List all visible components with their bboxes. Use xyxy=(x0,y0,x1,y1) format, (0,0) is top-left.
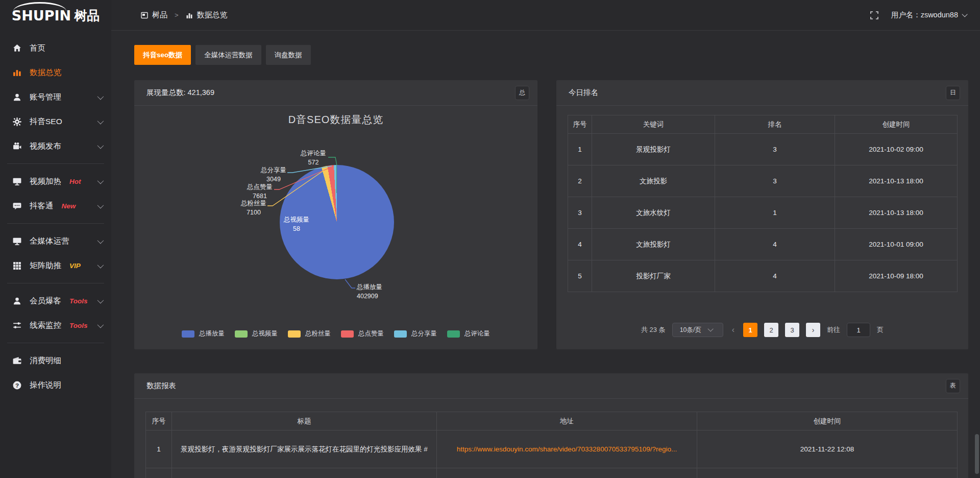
page-button-3[interactable]: 3 xyxy=(785,323,799,337)
video-link[interactable]: https://www.iesdouyin.com/share/video/70… xyxy=(457,445,677,453)
col-title: 标题 xyxy=(172,412,437,431)
page-size-select[interactable]: 10条/页 xyxy=(672,323,723,337)
breadcrumb-chart-icon xyxy=(186,12,193,19)
menu-divider xyxy=(7,223,104,224)
next-page-button[interactable]: › xyxy=(806,323,820,337)
sidebar-item-label: 消费明细 xyxy=(30,355,61,366)
sidebar-item-data-overview[interactable]: 数据总览 xyxy=(0,60,111,85)
breadcrumb-current[interactable]: 数据总览 xyxy=(197,10,228,20)
fullscreen-icon[interactable] xyxy=(870,11,879,20)
app-logo[interactable]: SHUPIN 树品 xyxy=(0,0,111,31)
impressions-total-label: 展现量总数: 421,369 xyxy=(146,88,214,98)
prev-page-button[interactable]: ‹ xyxy=(730,325,737,334)
col-created: 创建时间 xyxy=(835,115,958,134)
tab-douyin-seo-data[interactable]: 抖音seo数据 xyxy=(134,45,191,65)
chart-legend: 总播放量 总视频量 总粉丝量 总点赞量 总分享量 xyxy=(134,329,537,338)
menu-divider xyxy=(7,163,104,164)
col-created: 创建时间 xyxy=(697,412,958,431)
goto-label: 前往 xyxy=(827,325,840,334)
legend-item-comments[interactable]: 总评论量 xyxy=(447,329,490,338)
vertical-scrollbar[interactable] xyxy=(975,434,979,474)
goto-page-input[interactable] xyxy=(847,323,870,337)
table-view-button[interactable]: 表 xyxy=(946,379,960,393)
sidebar-item-matrix-boost[interactable]: 矩阵助推 VIP xyxy=(0,253,111,278)
sidebar-item-home[interactable]: 首页 xyxy=(0,36,111,60)
video-publish-icon xyxy=(12,141,22,151)
ranking-table: 序号 关键词 排名 创建时间 1景观投影灯32021-10-02 09:00 2… xyxy=(568,115,958,292)
day-view-button[interactable]: 日 xyxy=(946,86,960,100)
breadcrumb-home[interactable]: 树品 xyxy=(152,10,167,20)
legend-item-plays[interactable]: 总播放量 xyxy=(182,329,225,338)
sidebar-item-douketong[interactable]: 抖客通 New xyxy=(0,194,111,218)
tab-omnimedia-data[interactable]: 全媒体运营数据 xyxy=(195,45,261,65)
chevron-down-icon xyxy=(97,202,104,208)
legend-item-fans[interactable]: 总粉丝量 xyxy=(288,329,331,338)
sidebar-item-omnimedia[interactable]: 全媒体运营 xyxy=(0,229,111,253)
sidebar-item-label: 抖音SEO xyxy=(30,116,62,127)
pie-label-fans: 总粉丝量 7100 xyxy=(230,199,277,217)
user-menu[interactable]: 用户名：zswodun88 xyxy=(891,10,966,20)
sidebar-item-label: 账号管理 xyxy=(30,92,61,103)
main-content: 抖音seo数据 全媒体运营数据 询盘数据 展现量总数: 421,369 总 D音… xyxy=(111,31,980,478)
pie-label-videos: 总视频量 58 xyxy=(273,215,320,233)
tab-inquiry-data[interactable]: 询盘数据 xyxy=(266,45,311,65)
chevron-down-icon xyxy=(97,237,104,244)
breadcrumb-home-icon xyxy=(141,12,148,19)
report-row-title: 景观投影灯，夜游景观投影灯厂家展示展示落花灯在花园里的灯光投影应用效果 # xyxy=(172,431,437,468)
page-button-1[interactable]: 1 xyxy=(743,323,757,337)
username-label: 用户名：zswodun88 xyxy=(891,10,958,20)
table-row: 4文旅投影灯42021-10-01 09:00 xyxy=(568,229,958,260)
data-report-panel: 数据报表 表 序号 标题 地址 创建时间 1 景观投影灯，夜游景观投影灯厂家展示… xyxy=(134,373,968,478)
ranking-panel-header: 今日排名 日 xyxy=(556,80,968,106)
legend-swatch xyxy=(394,330,407,338)
chevron-down-icon xyxy=(708,326,714,331)
sidebar-menu: 首页 数据总览 账号管理 抖音SEO 视频发布 xyxy=(0,31,111,397)
sidebar-item-video-heat[interactable]: 视频加热 Hot xyxy=(0,169,111,194)
legend-swatch xyxy=(182,330,194,338)
data-tabs: 抖音seo数据 全媒体运营数据 询盘数据 xyxy=(134,45,311,65)
sidebar-item-label: 抖客通 xyxy=(30,201,54,211)
chart-title: D音SEO数据量总览 xyxy=(134,113,537,127)
ranking-table-header-row: 序号 关键词 排名 创建时间 xyxy=(568,115,958,134)
hot-badge: Hot xyxy=(69,178,81,185)
sidebar-item-spend-detail[interactable]: 消费明细 xyxy=(0,348,111,373)
legend-swatch xyxy=(235,330,248,338)
report-row-index: 1 xyxy=(146,431,172,468)
sidebar-item-instructions[interactable]: ? 操作说明 xyxy=(0,373,111,397)
report-panel-header: 数据报表 表 xyxy=(134,373,968,399)
page-button-2[interactable]: 2 xyxy=(764,323,778,337)
sliders-icon xyxy=(12,321,22,330)
chevron-down-icon xyxy=(97,261,104,268)
col-index: 序号 xyxy=(146,412,172,431)
topbar-right: 用户名：zswodun88 xyxy=(870,10,966,20)
legend-item-videos[interactable]: 总视频量 xyxy=(235,329,278,338)
sidebar-item-douyin-seo[interactable]: 抖音SEO xyxy=(0,109,111,134)
report-table-header-row: 序号 标题 地址 创建时间 xyxy=(146,412,958,431)
total-view-button[interactable]: 总 xyxy=(515,86,529,100)
table-row: 3文旅水纹灯12021-10-13 18:00 xyxy=(568,197,958,229)
col-index: 序号 xyxy=(568,115,592,134)
legend-item-likes[interactable]: 总点赞量 xyxy=(341,329,384,338)
chart-panel-header: 展现量总数: 421,369 总 xyxy=(134,80,537,106)
report-panel-title: 数据报表 xyxy=(146,381,176,391)
person-icon xyxy=(12,296,22,306)
chevron-down-icon xyxy=(97,142,104,149)
sidebar: SHUPIN 树品 首页 数据总览 账号管理 抖音SEO xyxy=(0,0,111,478)
seo-chart-panel: 展现量总数: 421,369 总 D音SEO数据量总览 总评论量 572 总分享… xyxy=(134,80,537,349)
svg-text:?: ? xyxy=(15,381,19,388)
sidebar-item-label: 矩阵助推 xyxy=(30,260,61,271)
table-row: 1景观投影灯32021-10-02 09:00 xyxy=(568,134,958,165)
breadcrumb-separator: > xyxy=(175,11,179,19)
report-row-url-cell: https://www.iesdouyin.com/share/video/70… xyxy=(437,431,697,468)
sidebar-item-member-baoke[interactable]: 会员爆客 Tools xyxy=(0,289,111,313)
pie-chart: D音SEO数据量总览 总评论量 572 总分享量 3049 总点赞量 7681 xyxy=(134,106,537,349)
table-row xyxy=(146,468,958,478)
sidebar-item-lead-monitor[interactable]: 线索监控 Tools xyxy=(0,313,111,338)
legend-item-shares[interactable]: 总分享量 xyxy=(394,329,437,338)
sidebar-item-video-publish[interactable]: 视频发布 xyxy=(0,134,111,158)
report-row-time: 2021-11-22 12:08 xyxy=(697,431,958,468)
pagination: 共 23 条 10条/页 ‹ 1 2 3 › 前往 页 xyxy=(556,323,968,337)
sidebar-item-account[interactable]: 账号管理 xyxy=(0,85,111,109)
chevron-down-icon xyxy=(97,321,104,328)
legend-swatch xyxy=(288,330,301,338)
